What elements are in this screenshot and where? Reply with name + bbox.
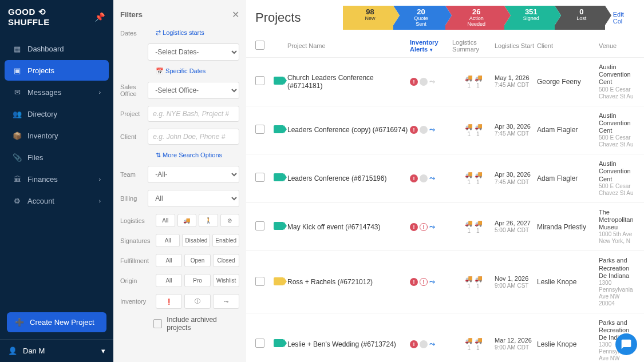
logistics-starts-link[interactable]: ⇄ Logistics starts — [156, 29, 239, 37]
nav-label: Messages — [27, 88, 61, 97]
client-filter-input[interactable] — [148, 129, 239, 145]
messages-icon: ✉ — [13, 87, 22, 97]
col-venue[interactable]: Venue — [599, 42, 635, 49]
ful-open-button[interactable]: Open — [184, 254, 211, 267]
ful-closed-button[interactable]: Closed — [213, 254, 239, 267]
user-name: Dan M — [23, 347, 45, 355]
route-icon: ⤳ — [429, 126, 437, 134]
intercom-button[interactable] — [615, 333, 637, 355]
row-checkbox[interactable] — [255, 277, 264, 286]
ful-all-button[interactable]: All — [156, 254, 182, 267]
route-icon: ⤳ — [429, 278, 437, 286]
project-name[interactable]: Church Leaders Conference (#6714181) — [287, 74, 410, 90]
project-name[interactable]: Leaders Conference (copy) (#6716974) — [287, 126, 410, 134]
col-client[interactable]: Client — [537, 42, 599, 49]
inv-route-button[interactable]: ⤳ — [213, 294, 239, 309]
project-filter-input[interactable] — [148, 106, 239, 122]
pipeline-action-needed[interactable]: 26Action Needed — [445, 6, 504, 30]
sidebar-item-directory[interactable]: 👥Directory — [5, 104, 109, 124]
sig-all-button[interactable]: All — [156, 234, 180, 247]
projects-icon: ▣ — [13, 66, 22, 75]
inv-info-button[interactable]: ⓘ — [184, 294, 211, 309]
col-project-name[interactable]: Project Name — [287, 42, 410, 49]
pipeline-quote-sent[interactable]: 20Quote Sent — [393, 6, 445, 30]
specific-dates-link[interactable]: 📅 Specific Dates — [156, 67, 206, 75]
project-row[interactable]: Leaders Conference (copy) (#6716974) !⤳ … — [246, 106, 644, 155]
close-filters-button[interactable]: ✕ — [232, 9, 239, 20]
sidebar-item-inventory[interactable]: 📦Inventory — [5, 125, 109, 146]
alert-grey-icon — [420, 340, 428, 348]
row-checkbox[interactable] — [255, 339, 264, 348]
logistics-truck-button[interactable]: 🚚 — [177, 214, 197, 227]
sig-disabled-button[interactable]: Disabled — [182, 234, 210, 247]
origin-pro-button[interactable]: Pro — [184, 274, 211, 287]
alert-red-icon: ! — [410, 174, 418, 182]
sidebar-item-messages[interactable]: ✉Messages› — [5, 82, 109, 102]
select-dates-dropdown[interactable]: -Select Dates- — [148, 43, 239, 61]
select-all-checkbox[interactable] — [255, 41, 264, 50]
chevron-down-icon: ▾ — [101, 347, 105, 355]
client-name[interactable]: Miranda Priestly — [537, 223, 599, 231]
sidebar-item-dashboard[interactable]: ▦Dashboard — [5, 38, 109, 59]
alert-red-icon: ! — [410, 340, 418, 348]
billing-dropdown[interactable]: All — [148, 190, 239, 207]
pipeline-new[interactable]: 98New — [343, 6, 393, 30]
venue-address: 1000 5th Ave New York, N — [599, 231, 635, 245]
sig-enabled-button[interactable]: Enabled — [212, 234, 239, 247]
origin-all-button[interactable]: All — [156, 274, 182, 287]
venue-name: The Metropolitan Museu — [599, 209, 635, 232]
logistics-all-button[interactable]: All — [156, 214, 175, 227]
archived-label: Include archived projects — [167, 316, 239, 332]
client-name[interactable]: Adam Flagler — [537, 174, 599, 182]
fulfillment-label: Fulfillment — [120, 257, 151, 264]
sidebar-item-projects[interactable]: ▣Projects — [5, 60, 109, 81]
pipeline-lost[interactable]: 0Lost — [555, 6, 605, 30]
project-row[interactable]: May Kick off event (#6714743) !!⤳ 🚚🚚 11 … — [246, 203, 644, 252]
client-name[interactable]: Adam Flagler — [537, 126, 599, 134]
pin-icon[interactable]: 📌 — [94, 12, 106, 22]
row-checkbox[interactable] — [255, 76, 264, 85]
project-row[interactable]: Leaders Conference (#6715196) !⤳ 🚚🚚 11 A… — [246, 154, 644, 203]
client-name[interactable]: Leslie Knope — [537, 278, 599, 286]
project-row[interactable]: Leslie + Ben's Wedding (#6713724) !⤳ 🚚🚚 … — [246, 313, 644, 362]
table-header: Project Name Inventory Alerts▼ Logistics… — [246, 34, 644, 58]
client-name[interactable]: Leslie Knope — [537, 340, 599, 348]
logistics-walk-button[interactable]: 🚶 — [199, 214, 218, 227]
row-checkbox[interactable] — [255, 221, 264, 230]
venue-address: 1300 Pennsylvania Ave NW 20004 — [599, 280, 635, 307]
logistics-date: Apr 30, 2026 — [495, 123, 537, 130]
logistics-none-button[interactable]: ⊘ — [220, 214, 240, 227]
more-search-link[interactable]: ⇅ More Search Options — [156, 152, 222, 159]
sidebar-item-account[interactable]: ⚙Account› — [5, 190, 109, 211]
row-checkbox[interactable] — [255, 125, 264, 134]
col-logistics[interactable]: Logistics Summary — [452, 39, 495, 53]
edit-columns-button[interactable]: Edit Col — [613, 11, 635, 25]
sidebar-item-finances[interactable]: 🏛Finances› — [5, 169, 109, 189]
project-row[interactable]: Ross + Rachels (#6721012) !!⤳ 🚚🚚 11 Nov … — [246, 251, 644, 313]
user-menu[interactable]: 👤 Dan M ▾ — [0, 339, 113, 362]
team-dropdown[interactable]: -All- — [148, 166, 239, 183]
truck-icon: 🚚 — [465, 220, 473, 227]
project-row[interactable]: Church Leaders Conference (#6714181) !⤳ … — [246, 58, 644, 106]
client-name[interactable]: George Feeny — [537, 78, 599, 86]
create-project-button[interactable]: ➕ Create New Project — [7, 312, 106, 332]
venue-address: 500 E Cesar Chavez St Au — [599, 183, 635, 197]
alert-ring-icon: ! — [420, 278, 428, 286]
origin-wishlist-button[interactable]: Wishlist — [213, 274, 239, 287]
sidebar-item-files[interactable]: 📎Files — [5, 147, 109, 168]
row-checkbox[interactable] — [255, 173, 264, 182]
project-name[interactable]: May Kick off event (#6714743) — [287, 223, 410, 231]
col-alerts[interactable]: Inventory Alerts▼ — [410, 39, 452, 53]
col-start[interactable]: Logistics Start — [495, 42, 537, 49]
logo: GOOD ⟲ SHUFFLE 📌 — [0, 0, 113, 34]
archived-checkbox[interactable] — [153, 319, 162, 328]
inv-alert-button[interactable]: ❗ — [156, 294, 182, 309]
nav-label: Projects — [27, 66, 54, 75]
project-name[interactable]: Ross + Rachels (#6721012) — [287, 278, 410, 286]
create-project-label: Create New Project — [30, 318, 94, 327]
sales-office-dropdown[interactable]: -Select Office- — [148, 82, 239, 99]
project-name[interactable]: Leaders Conference (#6715196) — [287, 174, 410, 182]
logistics-time: 5:00 AM CDT — [495, 227, 537, 234]
project-name[interactable]: Leslie + Ben's Wedding (#6713724) — [287, 340, 410, 348]
pipeline-signed[interactable]: 351Signed — [504, 6, 555, 30]
